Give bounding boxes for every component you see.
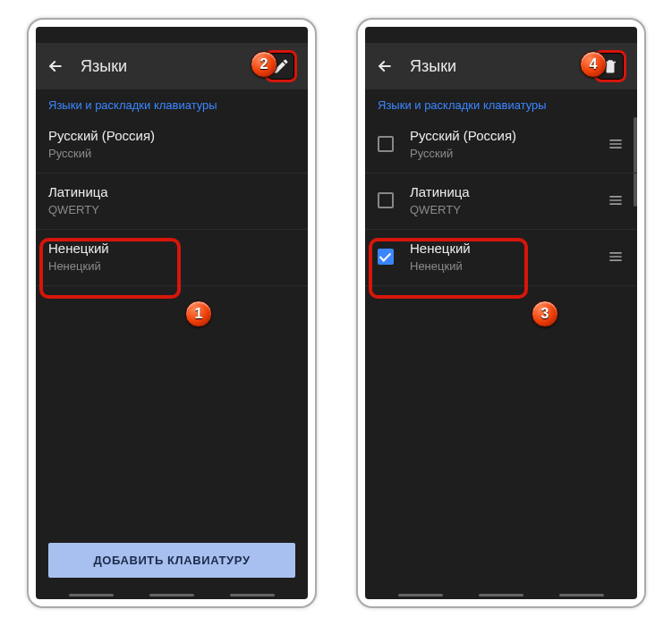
back-button[interactable]	[47, 57, 64, 75]
section-title: Языки и раскладки клавиатуры	[36, 89, 308, 117]
phone-right: Языки Языки и раскладки клавиатуры Русск…	[356, 18, 646, 608]
language-layout: QWERTY	[48, 203, 295, 216]
badge-1: 1	[185, 300, 212, 327]
highlight-box-3	[369, 238, 528, 299]
language-layout: Русский	[48, 147, 295, 160]
back-button[interactable]	[376, 57, 394, 75]
add-keyboard-button[interactable]: ДОБАВИТЬ КЛАВИАТУРУ	[48, 543, 295, 578]
screen-left: Языки Языки и раскладки клавиатуры Русск…	[36, 27, 308, 599]
page-title: Языки	[81, 57, 249, 76]
list-item[interactable]: Латиница QWERTY	[365, 173, 637, 230]
language-name: Латиница	[48, 184, 295, 199]
checkbox[interactable]	[378, 192, 394, 208]
section-title: Языки и раскладки клавиатуры	[365, 89, 637, 117]
drag-handle-icon[interactable]	[600, 135, 625, 153]
phone-left: Языки Языки и раскладки клавиатуры Русск…	[27, 18, 317, 608]
nav-bar	[365, 590, 637, 599]
badge-3: 3	[532, 300, 558, 327]
language-layout: Русский	[410, 147, 600, 160]
list-item[interactable]: Русский (Россия) Русский	[365, 117, 637, 173]
language-name: Русский (Россия)	[410, 128, 600, 143]
language-name: Латиница	[410, 184, 600, 199]
page-title: Языки	[410, 57, 578, 76]
language-layout: QWERTY	[410, 203, 600, 216]
language-name: Русский (Россия)	[48, 128, 295, 143]
list-item[interactable]: Латиница QWERTY	[36, 173, 308, 230]
status-bar	[36, 27, 308, 43]
highlight-box-1	[39, 238, 181, 299]
nav-bar	[36, 590, 308, 599]
status-bar	[365, 27, 637, 43]
language-list-right: Русский (Россия) Русский Латиница QWERTY	[365, 117, 637, 590]
screen-right: Языки Языки и раскладки клавиатуры Русск…	[365, 27, 637, 599]
checkbox[interactable]	[378, 136, 394, 152]
drag-handle-icon[interactable]	[600, 248, 625, 266]
badge-2: 2	[251, 51, 277, 78]
badge-4: 4	[580, 51, 607, 78]
drag-handle-icon[interactable]	[600, 191, 625, 209]
list-item[interactable]: Русский (Россия) Русский	[36, 117, 308, 173]
language-list-left: Русский (Россия) Русский Латиница QWERTY…	[36, 117, 308, 543]
